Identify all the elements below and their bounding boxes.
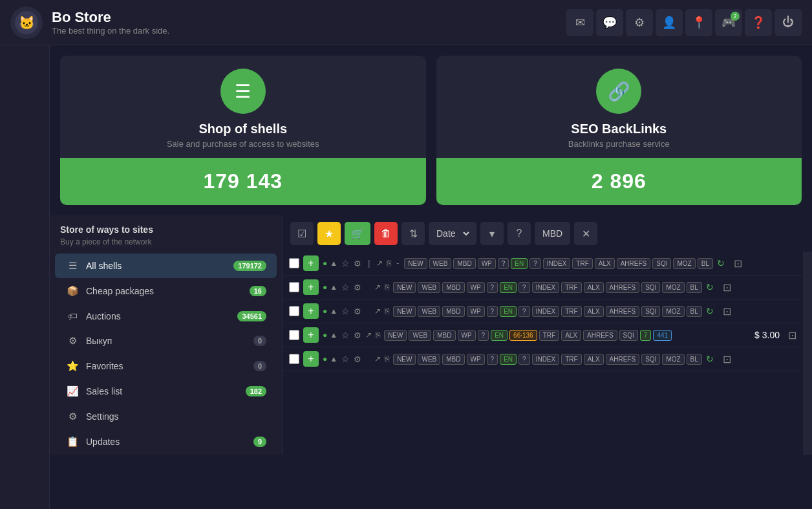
row-screenshot-icon[interactable]: ⊡ <box>788 329 796 341</box>
sidebar-item-settings[interactable]: ⚙ Settings <box>55 404 277 429</box>
all-shells-label: All shells <box>86 261 233 271</box>
top-cards: ☰ Shop of shells Sale and purchase of ac… <box>50 45 812 215</box>
row-external-link-icon[interactable]: ↗ <box>376 259 383 268</box>
tag-en: EN <box>500 354 517 365</box>
row-refresh-icon[interactable]: ↻ <box>706 354 714 364</box>
settings-button[interactable]: ⚙ <box>626 9 653 36</box>
tag-q2: ? <box>518 306 530 317</box>
row-separator: | <box>368 259 370 268</box>
row-gear-icon[interactable]: ⚙ <box>354 259 361 268</box>
row-screenshot-icon[interactable]: ⊡ <box>723 305 731 318</box>
row-copy-icon[interactable]: ⎘ <box>385 354 389 363</box>
row-external-link-icon[interactable]: ↗ <box>374 354 381 363</box>
row-status-green-icon: ● <box>323 354 327 363</box>
row-checkbox[interactable] <box>289 354 299 364</box>
row-gear-icon[interactable]: ⚙ <box>354 354 361 364</box>
updates-label: Updates <box>86 437 253 447</box>
tag-traffic: 66·136 <box>509 330 537 341</box>
shop-icon-circle: ☰ <box>220 69 266 114</box>
row-external-link-icon[interactable]: ↗ <box>365 330 372 340</box>
row-favorite-icon[interactable]: ☆ <box>341 330 350 340</box>
row-refresh-icon[interactable]: ↻ <box>706 282 714 292</box>
games-button[interactable]: 🎮 2 <box>715 9 742 36</box>
row-favorite-icon[interactable]: ☆ <box>341 306 350 316</box>
row-status-green-icon: ● <box>323 307 327 316</box>
row-gear-icon[interactable]: ⚙ <box>354 307 361 316</box>
header-title: Bo Store The best thing on the dark side… <box>52 9 566 36</box>
sidebar-item-auctions[interactable]: 🏷 Auctions 34561 <box>55 304 277 328</box>
sales-list-icon: 📈 <box>65 385 80 397</box>
cheap-packages-badge: 16 <box>250 286 266 296</box>
listing-row: + ● ▲ ☆ ⚙ ↗ ⎘ NEW WE <box>283 299 803 323</box>
toolbar-close-filter-button[interactable]: ✕ <box>574 222 597 245</box>
toolbar-check-button[interactable]: ☑ <box>290 222 314 245</box>
updates-icon: 📋 <box>65 436 80 448</box>
profile-button[interactable]: 👤 <box>656 9 683 36</box>
tag-q2: ? <box>529 258 541 269</box>
toolbar-question-button[interactable]: ? <box>508 222 531 245</box>
sidebar-item-favorites[interactable]: ⭐ Favorites 0 <box>55 354 277 378</box>
help-button[interactable]: ❓ <box>745 9 772 36</box>
row-screenshot-icon[interactable]: ⊡ <box>734 257 742 270</box>
row-screenshot-icon[interactable]: ⊡ <box>723 281 731 294</box>
toolbar-trash-button[interactable]: 🗑 <box>374 222 398 245</box>
sidebar-items: ☰ All shells 179172 📦 Cheap packages 16 … <box>50 253 282 455</box>
row-external-link-icon[interactable]: ↗ <box>374 307 381 316</box>
row-copy-icon[interactable]: ⎘ <box>385 307 389 316</box>
row-favorite-icon[interactable]: ☆ <box>341 258 350 268</box>
row-checkbox[interactable] <box>289 258 299 268</box>
tag-ahrefs: AHREFS <box>583 330 617 341</box>
row-gear-icon[interactable]: ⚙ <box>354 283 361 292</box>
sidebar-item-cheap-packages[interactable]: 📦 Cheap packages 16 <box>55 279 277 303</box>
power-button[interactable]: ⏻ <box>775 9 802 36</box>
tag-web: WEB <box>409 330 431 341</box>
row-checkbox[interactable] <box>289 330 299 340</box>
toolbar-sort-button[interactable]: ⇅ <box>401 222 425 245</box>
chat-button[interactable]: 💬 <box>596 9 623 36</box>
row-dash: - <box>396 259 399 268</box>
row-favorite-icon[interactable]: ☆ <box>341 354 350 364</box>
row-add-button[interactable]: + <box>303 351 319 367</box>
scroll-decoration <box>803 252 812 455</box>
email-button[interactable]: ✉ <box>566 9 593 36</box>
row-add-button[interactable]: + <box>303 279 319 295</box>
tag-bl: BL <box>698 258 713 269</box>
store-tagline: The best thing on the dark side. <box>52 26 566 36</box>
location-button[interactable]: 📍 <box>685 9 712 36</box>
row-favorite-icon[interactable]: ☆ <box>341 282 350 292</box>
tag-moz: MOZ <box>662 354 684 365</box>
sidebar-item-sales-list[interactable]: 📈 Sales list 182 <box>55 379 277 404</box>
row-screenshot-icon[interactable]: ⊡ <box>723 353 731 365</box>
tag-sqi: SQI <box>641 306 660 317</box>
sidebar-item-all-shells[interactable]: ☰ All shells 179172 <box>55 254 277 278</box>
row-status-up-icon: ▲ <box>330 259 337 268</box>
row-gear-icon[interactable]: ⚙ <box>354 330 361 340</box>
row-add-button[interactable]: + <box>303 303 319 319</box>
row-refresh-icon[interactable]: ↻ <box>717 258 725 268</box>
row-copy-icon[interactable]: ⎘ <box>387 259 391 268</box>
tag-wp: WP <box>467 282 485 293</box>
row-copy-icon[interactable]: ⎘ <box>376 330 380 340</box>
listing-row: + ● ▲ ☆ ⚙ ↗ ⎘ NEW WE <box>283 276 803 299</box>
row-refresh-icon[interactable]: ↻ <box>706 306 714 316</box>
toolbar-cart-button[interactable]: 🛒 <box>345 222 370 245</box>
row-add-button[interactable]: + <box>303 255 319 271</box>
sidebar-item-buyout[interactable]: ⚙ Выкуп 0 <box>55 329 277 353</box>
toolbar-expand-button[interactable]: ▾ <box>480 222 504 245</box>
sidebar-item-updates[interactable]: 📋 Updates 9 <box>55 429 277 454</box>
row-checkbox[interactable] <box>289 282 299 292</box>
row-external-link-icon[interactable]: ↗ <box>374 283 381 292</box>
tag-mbd: MBD <box>442 354 464 365</box>
row-checkbox[interactable] <box>289 306 299 316</box>
left-panel <box>0 45 50 509</box>
row-copy-icon[interactable]: ⎘ <box>385 283 389 292</box>
toolbar-sort-select[interactable]: Date Price Name <box>434 228 471 239</box>
row-tags: NEW WEB MBD WP ? EN ? INDEX TRF ALX AHRE <box>404 258 713 269</box>
row-tags: NEW WEB MBD WP ? EN ? INDEX TRF ALX AHRE <box>393 282 702 293</box>
row-tags: NEW WEB MBD WP ? EN ? INDEX TRF ALX AHRE <box>393 306 702 317</box>
games-badge: 2 <box>731 12 740 21</box>
tag-q2: ? <box>518 354 530 365</box>
row-add-button[interactable]: + <box>303 327 319 343</box>
tag-q1: ? <box>487 282 498 293</box>
toolbar-star-button[interactable]: ★ <box>317 222 341 245</box>
